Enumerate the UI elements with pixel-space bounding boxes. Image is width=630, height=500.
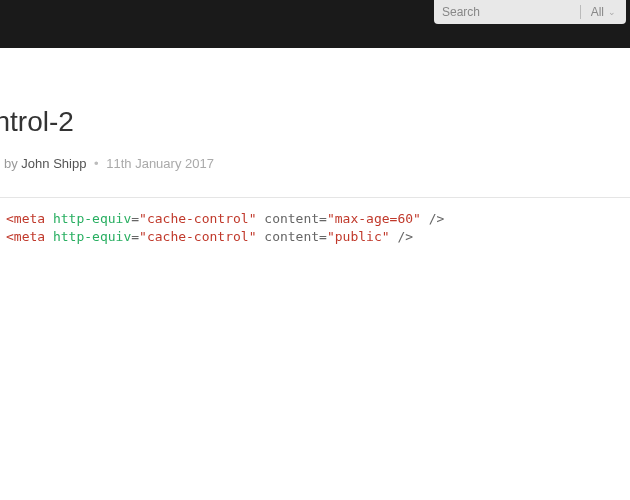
code-close: /> <box>397 229 413 244</box>
code-str: "cache-control" <box>139 229 256 244</box>
article-content: e-control-2 by John Shipp • 11th January… <box>0 106 630 257</box>
search-input[interactable] <box>434 1 580 23</box>
code-close: /> <box>429 211 445 226</box>
search-container: All ⌄ <box>434 0 626 24</box>
code-attr: http-equiv <box>53 211 131 226</box>
code-str: "max-age=60" <box>327 211 421 226</box>
author-link[interactable]: John Shipp <box>21 156 86 171</box>
code-eq: = <box>131 229 139 244</box>
filter-label: All <box>591 5 604 19</box>
code-tag: <meta <box>6 211 45 226</box>
code-str: "public" <box>327 229 390 244</box>
chevron-down-icon: ⌄ <box>608 7 616 17</box>
meta-separator: • <box>94 156 99 171</box>
top-bar: All ⌄ <box>0 0 630 48</box>
code-str: "cache-control" <box>139 211 256 226</box>
code-eq: = <box>319 211 327 226</box>
code-attr2: content <box>264 211 319 226</box>
code-eq: = <box>319 229 327 244</box>
search-filter-dropdown[interactable]: All ⌄ <box>581 5 626 19</box>
code-tag: <meta <box>6 229 45 244</box>
article-meta: by John Shipp • 11th January 2017 <box>4 156 630 171</box>
publish-date: 11th January 2017 <box>106 156 214 171</box>
page-title: e-control-2 <box>0 106 630 138</box>
code-eq: = <box>131 211 139 226</box>
by-label: by <box>4 156 18 171</box>
code-block: <meta http-equiv="cache-control" content… <box>0 198 630 257</box>
code-attr: http-equiv <box>53 229 131 244</box>
code-attr2: content <box>264 229 319 244</box>
